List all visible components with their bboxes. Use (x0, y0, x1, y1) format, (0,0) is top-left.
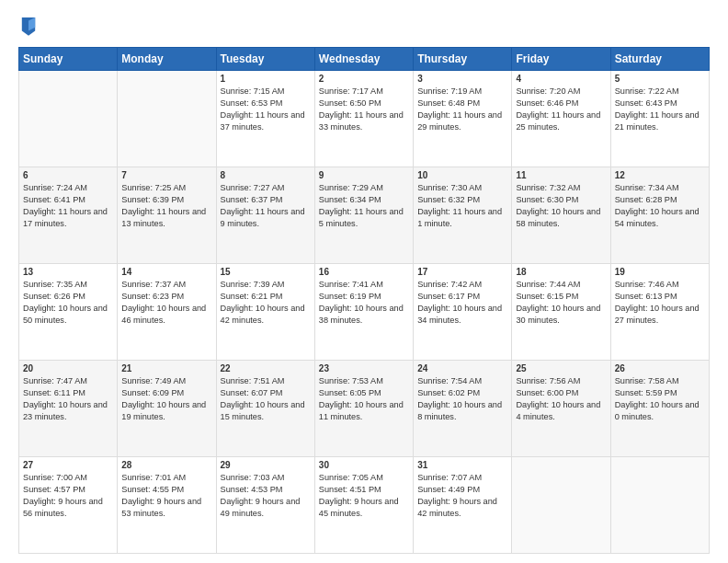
sunrise-text: Sunrise: 7:39 AM (221, 280, 285, 289)
sunset-text: Sunset: 6:02 PM (417, 388, 480, 397)
day-number: 16 (319, 267, 409, 277)
day-number: 24 (417, 363, 507, 373)
daylight-text: Daylight: 10 hours and 4 minutes. (516, 400, 600, 421)
sunset-text: Sunset: 6:07 PM (221, 388, 283, 397)
sunset-text: Sunset: 6:11 PM (23, 388, 85, 397)
daylight-text: Daylight: 11 hours and 33 minutes. (319, 110, 404, 132)
daylight-text: Daylight: 10 hours and 34 minutes. (417, 304, 502, 325)
day-info: Sunrise: 7:39 AM Sunset: 6:21 PM Dayligh… (221, 279, 311, 327)
sunrise-text: Sunrise: 7:19 AM (417, 86, 482, 96)
calendar-cell: 10 Sunrise: 7:30 AM Sunset: 6:32 PM Dayl… (414, 167, 512, 264)
sunrise-text: Sunrise: 7:27 AM (221, 183, 285, 192)
calendar-cell: 29 Sunrise: 7:03 AM Sunset: 4:53 PM Dayl… (216, 457, 314, 554)
day-info: Sunrise: 7:51 AM Sunset: 6:07 PM Dayligh… (221, 375, 311, 423)
day-info: Sunrise: 7:01 AM Sunset: 4:55 PM Dayligh… (121, 472, 211, 520)
day-number: 8 (221, 170, 311, 180)
weekday-header: Tuesday (216, 48, 314, 71)
daylight-text: Daylight: 11 hours and 5 minutes. (319, 207, 404, 228)
calendar-cell: 7 Sunrise: 7:25 AM Sunset: 6:39 PM Dayli… (118, 167, 216, 264)
day-number: 18 (516, 267, 606, 277)
daylight-text: Daylight: 11 hours and 1 minute. (417, 207, 502, 228)
daylight-text: Daylight: 11 hours and 17 minutes. (23, 207, 108, 228)
day-number: 12 (615, 170, 705, 180)
day-number: 4 (516, 74, 606, 84)
daylight-text: Daylight: 10 hours and 30 minutes. (516, 304, 600, 325)
day-info: Sunrise: 7:07 AM Sunset: 4:49 PM Dayligh… (417, 472, 507, 520)
sunrise-text: Sunrise: 7:47 AM (23, 376, 87, 385)
sunrise-text: Sunrise: 7:20 AM (516, 86, 580, 96)
sunrise-text: Sunrise: 7:03 AM (221, 473, 285, 482)
sunset-text: Sunset: 6:19 PM (319, 292, 381, 301)
daylight-text: Daylight: 10 hours and 54 minutes. (615, 207, 700, 228)
day-number: 19 (615, 267, 705, 277)
calendar-cell: 13 Sunrise: 7:35 AM Sunset: 6:26 PM Dayl… (19, 264, 118, 361)
daylight-text: Daylight: 9 hours and 45 minutes. (319, 497, 399, 518)
weekday-header: Wednesday (314, 48, 413, 71)
sunrise-text: Sunrise: 7:44 AM (516, 280, 580, 289)
daylight-text: Daylight: 11 hours and 37 minutes. (221, 110, 305, 132)
weekday-header: Saturday (610, 48, 709, 71)
day-info: Sunrise: 7:47 AM Sunset: 6:11 PM Dayligh… (23, 375, 113, 423)
day-info: Sunrise: 7:25 AM Sunset: 6:39 PM Dayligh… (121, 182, 211, 230)
day-number: 5 (615, 74, 705, 84)
day-info: Sunrise: 7:24 AM Sunset: 6:41 PM Dayligh… (23, 182, 113, 230)
sunset-text: Sunset: 6:26 PM (23, 292, 85, 301)
day-info: Sunrise: 7:05 AM Sunset: 4:51 PM Dayligh… (319, 472, 409, 520)
sunset-text: Sunset: 6:30 PM (516, 195, 578, 204)
calendar: SundayMondayTuesdayWednesdayThursdayFrid… (18, 47, 710, 554)
logo-icon (20, 16, 37, 36)
daylight-text: Daylight: 10 hours and 50 minutes. (23, 304, 108, 325)
calendar-week-row: 27 Sunrise: 7:00 AM Sunset: 4:57 PM Dayl… (19, 457, 710, 554)
day-number: 25 (516, 363, 606, 373)
sunrise-text: Sunrise: 7:46 AM (615, 280, 679, 289)
day-number: 26 (615, 363, 705, 373)
sunset-text: Sunset: 4:51 PM (319, 485, 381, 494)
daylight-text: Daylight: 11 hours and 25 minutes. (516, 110, 600, 132)
calendar-cell (610, 457, 709, 554)
calendar-cell: 1 Sunrise: 7:15 AM Sunset: 6:53 PM Dayli… (216, 71, 314, 167)
header (18, 14, 710, 40)
sunset-text: Sunset: 6:46 PM (516, 98, 578, 108)
day-info: Sunrise: 7:34 AM Sunset: 6:28 PM Dayligh… (615, 182, 705, 230)
day-number: 3 (417, 74, 507, 84)
sunrise-text: Sunrise: 7:24 AM (23, 183, 87, 192)
day-number: 28 (121, 460, 211, 470)
sunset-text: Sunset: 5:59 PM (615, 388, 677, 397)
day-number: 9 (319, 170, 409, 180)
calendar-cell: 26 Sunrise: 7:58 AM Sunset: 5:59 PM Dayl… (610, 361, 709, 457)
day-info: Sunrise: 7:00 AM Sunset: 4:57 PM Dayligh… (23, 472, 113, 520)
day-info: Sunrise: 7:54 AM Sunset: 6:02 PM Dayligh… (417, 375, 507, 423)
weekday-header: Thursday (414, 48, 512, 71)
daylight-text: Daylight: 11 hours and 21 minutes. (615, 110, 700, 132)
calendar-cell: 16 Sunrise: 7:41 AM Sunset: 6:19 PM Dayl… (314, 264, 413, 361)
daylight-text: Daylight: 10 hours and 58 minutes. (516, 207, 600, 228)
day-info: Sunrise: 7:22 AM Sunset: 6:43 PM Dayligh… (615, 86, 705, 133)
sunset-text: Sunset: 6:00 PM (516, 388, 578, 397)
calendar-cell: 11 Sunrise: 7:32 AM Sunset: 6:30 PM Dayl… (512, 167, 610, 264)
day-info: Sunrise: 7:32 AM Sunset: 6:30 PM Dayligh… (516, 182, 606, 230)
day-number: 6 (23, 170, 113, 180)
sunset-text: Sunset: 6:23 PM (121, 292, 184, 301)
day-info: Sunrise: 7:58 AM Sunset: 5:59 PM Dayligh… (615, 375, 705, 423)
sunrise-text: Sunrise: 7:05 AM (319, 473, 383, 482)
weekday-header-row: SundayMondayTuesdayWednesdayThursdayFrid… (19, 48, 710, 71)
sunrise-text: Sunrise: 7:25 AM (121, 183, 186, 192)
sunrise-text: Sunrise: 7:37 AM (121, 280, 186, 289)
calendar-cell: 12 Sunrise: 7:34 AM Sunset: 6:28 PM Dayl… (610, 167, 709, 264)
day-info: Sunrise: 7:35 AM Sunset: 6:26 PM Dayligh… (23, 279, 113, 327)
daylight-text: Daylight: 10 hours and 8 minutes. (417, 400, 502, 421)
sunset-text: Sunset: 6:32 PM (417, 195, 480, 204)
day-info: Sunrise: 7:03 AM Sunset: 4:53 PM Dayligh… (221, 472, 311, 520)
daylight-text: Daylight: 9 hours and 42 minutes. (417, 497, 497, 518)
sunset-text: Sunset: 6:37 PM (221, 195, 283, 204)
calendar-week-row: 1 Sunrise: 7:15 AM Sunset: 6:53 PM Dayli… (19, 71, 710, 167)
daylight-text: Daylight: 9 hours and 49 minutes. (221, 497, 301, 518)
calendar-cell: 2 Sunrise: 7:17 AM Sunset: 6:50 PM Dayli… (314, 71, 413, 167)
calendar-week-row: 20 Sunrise: 7:47 AM Sunset: 6:11 PM Dayl… (19, 361, 710, 457)
daylight-text: Daylight: 11 hours and 13 minutes. (121, 207, 206, 228)
day-number: 7 (121, 170, 211, 180)
sunset-text: Sunset: 6:53 PM (221, 98, 283, 108)
day-info: Sunrise: 7:17 AM Sunset: 6:50 PM Dayligh… (319, 86, 409, 133)
sunset-text: Sunset: 4:57 PM (23, 485, 85, 494)
calendar-cell: 21 Sunrise: 7:49 AM Sunset: 6:09 PM Dayl… (118, 361, 216, 457)
